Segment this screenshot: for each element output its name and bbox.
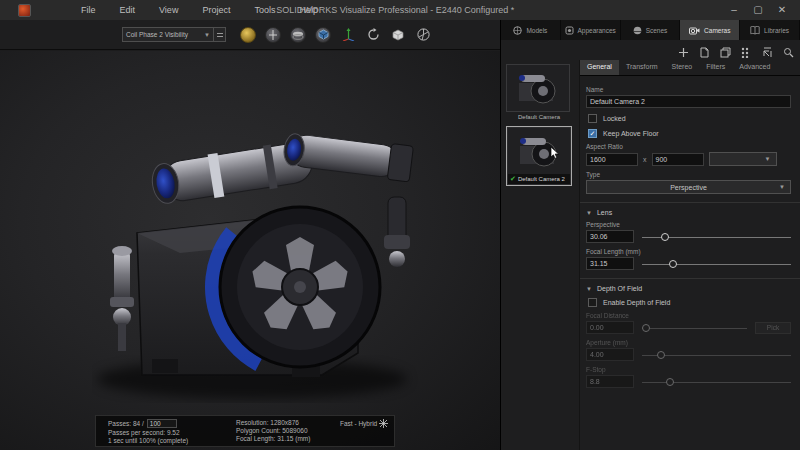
time-remaining: 1 sec until 100% (complete) [108, 437, 236, 444]
model-3d-render[interactable] [92, 101, 422, 411]
enable-dof-checkbox[interactable] [588, 298, 597, 307]
tab-cameras[interactable]: Cameras [680, 20, 740, 40]
type-dropdown[interactable]: Perspective ▼ [586, 180, 791, 194]
type-value: Perspective [670, 184, 707, 191]
palette-toolbar [678, 44, 794, 60]
tab-stereo[interactable]: Stereo [665, 60, 700, 75]
scenes-icon [633, 26, 642, 35]
passes-total-input[interactable]: 100 [147, 419, 177, 428]
tab-scenes-label: Scenes [646, 27, 668, 34]
menu-file[interactable]: File [69, 2, 108, 18]
tab-cameras-label: Cameras [704, 27, 730, 34]
keep-above-floor-checkbox[interactable]: ✓ [588, 129, 597, 138]
close-button[interactable]: ✕ [770, 0, 794, 18]
focal-distance-label: Focal Distance [586, 312, 791, 319]
minimize-button[interactable]: – [722, 0, 746, 18]
tab-libraries[interactable]: Libraries [740, 20, 800, 40]
render-scene[interactable] [0, 51, 500, 450]
menu-project[interactable]: Project [190, 2, 242, 18]
focal-length-readout: Focal Length: 31.15 (mm) [236, 435, 336, 442]
camera-name: Default Camera 2 [518, 176, 565, 182]
tab-models-label: Models [526, 27, 547, 34]
import-button[interactable] [762, 47, 773, 58]
new-from-file-button[interactable] [699, 47, 710, 58]
camera-list: Default Camera ✔ Default Camera 2 [506, 64, 576, 186]
aspect-preset-dropdown[interactable]: ▼ [709, 152, 777, 166]
visibility-options-button[interactable] [214, 27, 226, 42]
appearance-medallion-icon[interactable] [240, 27, 256, 43]
active-camera-check-icon: ✔ [510, 175, 516, 183]
models-icon [513, 26, 522, 35]
chevron-down-icon: ▼ [765, 156, 771, 162]
aspect-ratio-label: Aspect Ratio [586, 143, 791, 150]
focal-length-slider[interactable] [642, 258, 791, 270]
rotate-icon[interactable] [365, 27, 381, 43]
split-view-icon[interactable] [265, 27, 281, 43]
tab-advanced[interactable]: Advanced [732, 60, 777, 75]
aspect-height-input[interactable]: 900 [652, 153, 704, 166]
lens-header-label: Lens [597, 209, 612, 216]
search-icon[interactable] [783, 47, 794, 58]
visibility-dropdown[interactable]: Coil Phase 2 Visibility ▼ [122, 27, 214, 42]
model-cube-icon[interactable] [315, 27, 331, 43]
mouse-cursor [550, 146, 560, 164]
focal-distance-slider [642, 322, 747, 334]
palette-tabs: Models Appearances Scenes Cameras Librar… [501, 20, 800, 40]
appearances-icon [565, 26, 574, 35]
tab-general[interactable]: General [580, 60, 619, 75]
perspective-label: Perspective [586, 221, 791, 228]
name-label: Name [586, 86, 791, 93]
render-shutter-icon[interactable] [415, 27, 431, 43]
tab-scenes[interactable]: Scenes [621, 20, 681, 40]
render-status-overlay: Passes: 84 / 100 Passes per second: 9.52… [95, 415, 395, 447]
tab-filters[interactable]: Filters [699, 60, 732, 75]
perspective-input[interactable]: 30.06 [586, 230, 634, 243]
locked-checkbox[interactable] [588, 114, 597, 123]
tab-appearances-label: Appearances [578, 27, 616, 34]
render-mode: Fast - Hybrid [340, 420, 377, 427]
focal-length-input[interactable]: 31.15 [586, 257, 634, 270]
collapse-triangle-icon: ▼ [586, 286, 592, 292]
pick-button: Pick [755, 322, 791, 334]
grid-view-button[interactable] [741, 47, 752, 58]
cube-icon[interactable] [390, 27, 406, 43]
menu-edit[interactable]: Edit [108, 2, 148, 18]
add-camera-button[interactable] [678, 47, 689, 58]
tab-transform[interactable]: Transform [619, 60, 665, 75]
type-label: Type [586, 171, 791, 178]
name-input[interactable]: Default Camera 2 [586, 95, 791, 108]
passes-per-second: Passes per second: 9.52 [108, 429, 236, 436]
collapse-triangle-icon: ▼ [586, 210, 592, 216]
menu-view[interactable]: View [147, 2, 190, 18]
camera-item-default-camera[interactable]: Default Camera [506, 64, 572, 120]
dof-section-header[interactable]: ▼ Depth Of Field [586, 285, 791, 292]
tab-appearances[interactable]: Appearances [561, 20, 621, 40]
polygon-count: Polygon Count: 5089060 [236, 427, 336, 434]
fstop-input: 8.8 [586, 375, 634, 388]
duplicate-button[interactable] [720, 47, 731, 58]
move-triad-icon[interactable] [340, 27, 356, 43]
cameras-icon [689, 26, 700, 35]
focal-length-label: Focal Length (mm) [586, 248, 791, 255]
focal-distance-input: 0.00 [586, 321, 634, 334]
locked-label: Locked [603, 115, 626, 122]
enable-dof-label: Enable Depth of Field [603, 299, 670, 306]
scene-stack-icon[interactable] [290, 27, 306, 43]
maximize-button[interactable]: ▢ [746, 0, 770, 18]
passes-label: Passes: 84 / [108, 420, 144, 427]
aperture-label: Aperture (mm) [586, 339, 791, 346]
snowflake-icon[interactable] [379, 419, 388, 429]
app-logo-icon [18, 4, 31, 17]
camera-thumbnail [508, 128, 570, 174]
aspect-width-input[interactable]: 1600 [586, 153, 638, 166]
tab-models[interactable]: Models [501, 20, 561, 40]
viewport: Coil Phase 2 Visibility ▼ [0, 20, 500, 450]
window-title: SOLIDWORKS Visualize Professional - E244… [276, 5, 514, 15]
libraries-icon [750, 26, 760, 35]
lens-section-header[interactable]: ▼ Lens [586, 209, 791, 216]
tab-libraries-label: Libraries [764, 27, 789, 34]
perspective-slider[interactable] [642, 231, 791, 243]
camera-item-default-camera-2[interactable]: ✔ Default Camera 2 [506, 126, 572, 186]
window-controls: – ▢ ✕ [722, 0, 794, 18]
resolution-readout: Resolution: 1280x876 [236, 419, 336, 426]
